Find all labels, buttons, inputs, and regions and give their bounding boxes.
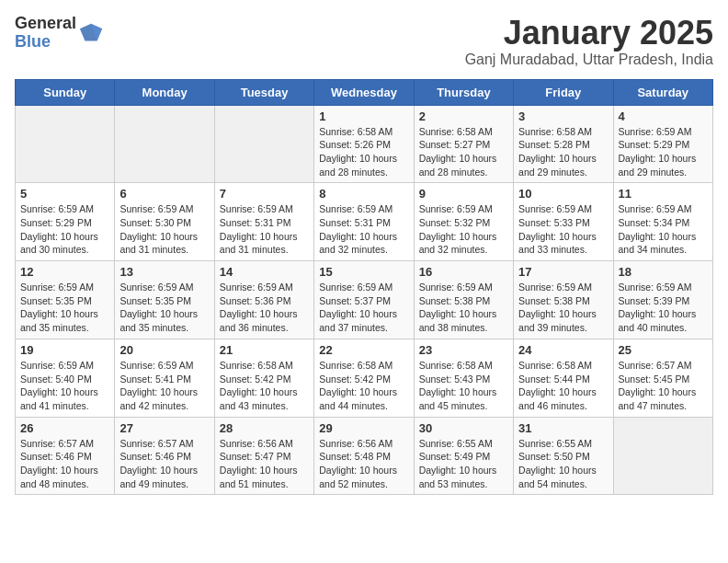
day-number: 14 xyxy=(220,265,309,279)
day-number: 15 xyxy=(319,265,408,279)
day-number: 13 xyxy=(119,265,209,279)
calendar-cell: 30Sunrise: 6:55 AM Sunset: 5:49 PM Dayli… xyxy=(414,417,513,495)
calendar-cell: 13Sunrise: 6:59 AM Sunset: 5:35 PM Dayli… xyxy=(115,261,214,339)
calendar-week-row: 1Sunrise: 6:58 AM Sunset: 5:26 PM Daylig… xyxy=(16,105,713,183)
cell-info: Sunrise: 6:59 AM Sunset: 5:34 PM Dayligh… xyxy=(619,202,708,257)
logo-icon xyxy=(78,20,104,46)
day-number: 17 xyxy=(518,265,608,279)
weekday-header: Tuesday xyxy=(214,79,313,105)
calendar-cell: 21Sunrise: 6:58 AM Sunset: 5:42 PM Dayli… xyxy=(214,339,313,417)
day-number: 28 xyxy=(220,421,309,435)
calendar-week-row: 12Sunrise: 6:59 AM Sunset: 5:35 PM Dayli… xyxy=(16,261,713,339)
cell-info: Sunrise: 6:59 AM Sunset: 5:35 PM Dayligh… xyxy=(20,281,109,335)
weekday-header: Monday xyxy=(115,79,214,105)
weekday-header: Wednesday xyxy=(314,79,414,105)
day-number: 23 xyxy=(419,343,508,357)
day-number: 8 xyxy=(319,187,408,201)
day-number: 30 xyxy=(419,421,508,435)
cell-info: Sunrise: 6:58 AM Sunset: 5:43 PM Dayligh… xyxy=(419,359,508,413)
day-number: 27 xyxy=(119,421,209,435)
cell-info: Sunrise: 6:59 AM Sunset: 5:31 PM Dayligh… xyxy=(220,202,309,257)
calendar-cell: 15Sunrise: 6:59 AM Sunset: 5:37 PM Dayli… xyxy=(314,261,414,339)
cell-info: Sunrise: 6:58 AM Sunset: 5:28 PM Dayligh… xyxy=(518,125,608,179)
calendar-cell: 25Sunrise: 6:57 AM Sunset: 5:45 PM Dayli… xyxy=(613,339,712,417)
calendar-cell: 12Sunrise: 6:59 AM Sunset: 5:35 PM Dayli… xyxy=(16,261,115,339)
day-number: 26 xyxy=(20,421,109,435)
calendar-cell: 16Sunrise: 6:59 AM Sunset: 5:38 PM Dayli… xyxy=(414,261,513,339)
calendar-cell: 29Sunrise: 6:56 AM Sunset: 5:48 PM Dayli… xyxy=(314,417,414,495)
cell-info: Sunrise: 6:58 AM Sunset: 5:26 PM Dayligh… xyxy=(319,125,408,179)
calendar-cell xyxy=(613,417,712,495)
calendar-cell: 2Sunrise: 6:58 AM Sunset: 5:27 PM Daylig… xyxy=(414,105,513,183)
cell-info: Sunrise: 6:59 AM Sunset: 5:29 PM Dayligh… xyxy=(20,202,109,257)
day-number: 9 xyxy=(419,187,508,201)
calendar-cell: 10Sunrise: 6:59 AM Sunset: 5:33 PM Dayli… xyxy=(514,183,613,261)
day-number: 4 xyxy=(619,109,708,123)
cell-info: Sunrise: 6:56 AM Sunset: 5:47 PM Dayligh… xyxy=(220,437,309,491)
calendar-cell: 8Sunrise: 6:59 AM Sunset: 5:31 PM Daylig… xyxy=(314,183,414,261)
cell-info: Sunrise: 6:57 AM Sunset: 5:46 PM Dayligh… xyxy=(20,437,109,491)
calendar-cell: 1Sunrise: 6:58 AM Sunset: 5:26 PM Daylig… xyxy=(314,105,414,183)
calendar-cell: 3Sunrise: 6:58 AM Sunset: 5:28 PM Daylig… xyxy=(514,105,613,183)
day-number: 29 xyxy=(319,421,408,435)
cell-info: Sunrise: 6:59 AM Sunset: 5:31 PM Dayligh… xyxy=(319,202,408,257)
logo: General Blue xyxy=(15,15,104,52)
cell-info: Sunrise: 6:59 AM Sunset: 5:32 PM Dayligh… xyxy=(419,202,508,257)
calendar-cell: 6Sunrise: 6:59 AM Sunset: 5:30 PM Daylig… xyxy=(115,183,214,261)
day-number: 18 xyxy=(619,265,708,279)
day-number: 20 xyxy=(119,343,209,357)
calendar-cell xyxy=(16,105,115,183)
calendar-week-row: 26Sunrise: 6:57 AM Sunset: 5:46 PM Dayli… xyxy=(16,417,713,495)
cell-info: Sunrise: 6:59 AM Sunset: 5:41 PM Dayligh… xyxy=(119,359,209,413)
cell-info: Sunrise: 6:59 AM Sunset: 5:37 PM Dayligh… xyxy=(319,281,408,335)
logo-general-text: General xyxy=(15,15,76,33)
calendar-table: SundayMondayTuesdayWednesdayThursdayFrid… xyxy=(15,79,713,496)
weekday-header: Sunday xyxy=(16,79,115,105)
calendar-cell: 26Sunrise: 6:57 AM Sunset: 5:46 PM Dayli… xyxy=(16,417,115,495)
calendar-cell: 5Sunrise: 6:59 AM Sunset: 5:29 PM Daylig… xyxy=(16,183,115,261)
cell-info: Sunrise: 6:59 AM Sunset: 5:38 PM Dayligh… xyxy=(419,281,508,335)
day-number: 3 xyxy=(518,109,608,123)
calendar-cell: 14Sunrise: 6:59 AM Sunset: 5:36 PM Dayli… xyxy=(214,261,313,339)
cell-info: Sunrise: 6:59 AM Sunset: 5:29 PM Dayligh… xyxy=(619,125,708,179)
day-number: 19 xyxy=(20,343,109,357)
location-title: Ganj Muradabad, Uttar Pradesh, India xyxy=(465,52,713,68)
calendar-cell: 17Sunrise: 6:59 AM Sunset: 5:38 PM Dayli… xyxy=(514,261,613,339)
title-section: January 2025 Ganj Muradabad, Uttar Prade… xyxy=(465,15,713,68)
day-number: 22 xyxy=(319,343,408,357)
cell-info: Sunrise: 6:59 AM Sunset: 5:38 PM Dayligh… xyxy=(518,281,608,335)
day-number: 21 xyxy=(220,343,309,357)
day-number: 6 xyxy=(119,187,209,201)
calendar-cell xyxy=(214,105,313,183)
cell-info: Sunrise: 6:58 AM Sunset: 5:27 PM Dayligh… xyxy=(419,125,508,179)
weekday-header: Saturday xyxy=(613,79,712,105)
calendar-week-row: 5Sunrise: 6:59 AM Sunset: 5:29 PM Daylig… xyxy=(16,183,713,261)
calendar-cell: 23Sunrise: 6:58 AM Sunset: 5:43 PM Dayli… xyxy=(414,339,513,417)
day-number: 5 xyxy=(20,187,109,201)
day-number: 2 xyxy=(419,109,508,123)
day-number: 24 xyxy=(518,343,608,357)
calendar-cell: 7Sunrise: 6:59 AM Sunset: 5:31 PM Daylig… xyxy=(214,183,313,261)
cell-info: Sunrise: 6:58 AM Sunset: 5:44 PM Dayligh… xyxy=(518,359,608,413)
calendar-cell: 9Sunrise: 6:59 AM Sunset: 5:32 PM Daylig… xyxy=(414,183,513,261)
day-number: 12 xyxy=(20,265,109,279)
header: General Blue January 2025 Ganj Muradabad… xyxy=(15,15,713,68)
cell-info: Sunrise: 6:59 AM Sunset: 5:39 PM Dayligh… xyxy=(619,281,708,335)
day-number: 16 xyxy=(419,265,508,279)
calendar-cell: 28Sunrise: 6:56 AM Sunset: 5:47 PM Dayli… xyxy=(214,417,313,495)
weekday-header: Friday xyxy=(514,79,613,105)
calendar-cell xyxy=(115,105,214,183)
calendar-week-row: 19Sunrise: 6:59 AM Sunset: 5:40 PM Dayli… xyxy=(16,339,713,417)
calendar-cell: 18Sunrise: 6:59 AM Sunset: 5:39 PM Dayli… xyxy=(613,261,712,339)
calendar-cell: 31Sunrise: 6:55 AM Sunset: 5:50 PM Dayli… xyxy=(514,417,613,495)
cell-info: Sunrise: 6:58 AM Sunset: 5:42 PM Dayligh… xyxy=(319,359,408,413)
day-number: 25 xyxy=(619,343,708,357)
day-number: 31 xyxy=(518,421,608,435)
cell-info: Sunrise: 6:59 AM Sunset: 5:36 PM Dayligh… xyxy=(220,281,309,335)
calendar-cell: 22Sunrise: 6:58 AM Sunset: 5:42 PM Dayli… xyxy=(314,339,414,417)
month-title: January 2025 xyxy=(465,15,713,52)
day-number: 7 xyxy=(220,187,309,201)
cell-info: Sunrise: 6:59 AM Sunset: 5:30 PM Dayligh… xyxy=(119,202,209,257)
cell-info: Sunrise: 6:58 AM Sunset: 5:42 PM Dayligh… xyxy=(220,359,309,413)
cell-info: Sunrise: 6:56 AM Sunset: 5:48 PM Dayligh… xyxy=(319,437,408,491)
